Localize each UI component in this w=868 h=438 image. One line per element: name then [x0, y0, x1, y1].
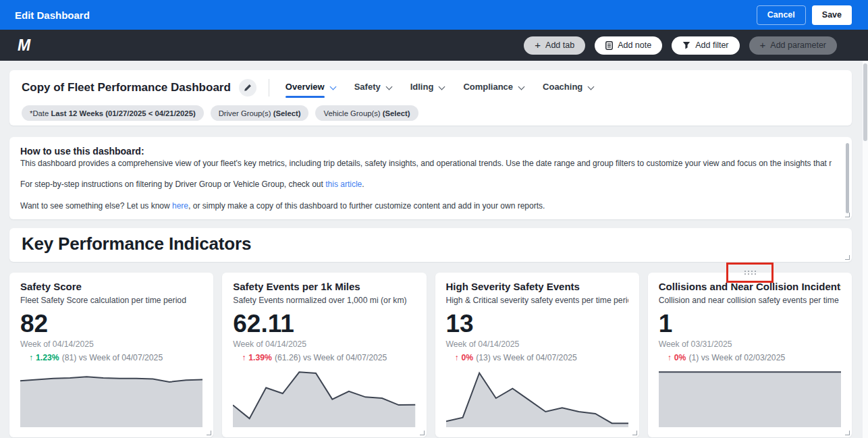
kpi-subtitle: Fleet Safety Score calculation per time … — [20, 296, 202, 305]
kpi-card-collisions-and-near-collision-incidents: Collisions and Near Collision Incidents … — [648, 273, 852, 437]
divider — [269, 79, 269, 97]
note-paragraph: Want to see something else? Let us know … — [20, 201, 832, 211]
kpi-value: 1 — [659, 311, 841, 337]
kpi-title: Safety Score — [20, 281, 202, 292]
resize-corner-icon[interactable] — [632, 431, 637, 435]
page-scrollbar[interactable] — [863, 61, 868, 438]
page-title: Edit Dashboard — [15, 9, 90, 21]
note-heading: How to use this dashboard: — [20, 146, 832, 157]
filter-funnel-icon — [682, 41, 690, 49]
kpi-delta: ↑ 0% (13) vs Week of 04/07/2025 — [446, 353, 628, 362]
resize-corner-icon[interactable] — [420, 431, 425, 435]
resize-corner-icon[interactable] — [845, 255, 850, 260]
sparkline-chart — [20, 369, 202, 427]
page-scrollbar-thumb[interactable] — [863, 63, 867, 141]
driver-group-filter-chip[interactable]: Driver Group(s) (Select) — [211, 105, 309, 121]
sparkline-chart — [659, 369, 841, 427]
kpi-delta: ↑ 1.39% (61.26) vs Week of 04/07/2025 — [233, 353, 415, 362]
kpi-delta: ↑ 0% (1) vs Week of 02/03/2025 — [659, 353, 841, 362]
kpi-value: 62.11 — [233, 311, 415, 337]
note-paragraph: This dashboard provides a comprehensive … — [20, 159, 832, 168]
tab-safety[interactable]: Safety — [354, 82, 391, 94]
plus-icon: + — [760, 40, 766, 50]
note-scrollbar[interactable] — [846, 143, 849, 213]
kpi-value: 13 — [446, 311, 628, 337]
kpi-period: Week of 03/31/2025 — [659, 339, 841, 349]
kpi-cards-row: Safety Score Fleet Safety Score calculat… — [9, 273, 852, 437]
tab-compliance[interactable]: Compliance — [463, 82, 524, 94]
trend-up-arrow-icon: ↑ — [242, 353, 246, 362]
sparkline-chart — [446, 369, 628, 427]
filter-chips-row: *Date Last 12 Weeks (01/27/2025 < 04/21/… — [9, 97, 852, 121]
add-parameter-label: Add parameter — [770, 40, 826, 50]
add-parameter-button[interactable]: + Add parameter — [749, 36, 837, 55]
dashboard-title-card: Copy of Fleet Performance Dashboard Over… — [9, 70, 852, 126]
kpi-subtitle: Collision and near collision safety even… — [659, 296, 841, 305]
tab-overview[interactable]: Overview — [286, 82, 335, 94]
sparkline-chart — [233, 369, 415, 427]
kpi-period: Week of 04/14/2025 — [446, 339, 628, 349]
pencil-icon — [244, 84, 252, 92]
trend-up-arrow-icon: ↑ — [455, 353, 459, 362]
resize-corner-icon[interactable] — [207, 431, 211, 435]
kpi-subtitle: High & Critical severity safety events p… — [446, 296, 628, 305]
drag-handle-icon[interactable] — [744, 271, 756, 275]
chevron-down-icon[interactable] — [588, 83, 595, 90]
here-link[interactable]: here — [172, 201, 188, 211]
kpi-period: Week of 04/14/2025 — [20, 339, 202, 349]
kpi-title: High Severity Safety Events — [446, 281, 628, 292]
kpi-subtitle: Safety Events normalized over 1,000 mi (… — [233, 296, 415, 305]
edit-mode-header: Edit Dashboard Cancel Save — [0, 0, 868, 30]
add-note-label: Add note — [618, 40, 651, 50]
vehicle-group-filter-chip[interactable]: Vehicle Group(s) (Select) — [315, 105, 418, 121]
kpi-period: Week of 04/14/2025 — [233, 339, 415, 349]
navbar-actions: + Add tab Add note Add filter + Add para… — [524, 36, 837, 55]
plus-icon: + — [535, 40, 541, 50]
kpi-title: Safety Events per 1k Miles — [233, 281, 415, 292]
trend-up-arrow-icon: ↑ — [668, 353, 672, 362]
add-filter-label: Add filter — [695, 40, 728, 50]
kpi-delta: ↑ 1.23% (81) vs Week of 04/07/2025 — [20, 353, 202, 362]
kpi-card-safety-score: Safety Score Fleet Safety Score calculat… — [9, 273, 213, 437]
chevron-down-icon[interactable] — [329, 83, 336, 90]
add-note-button[interactable]: Add note — [595, 36, 662, 55]
add-tab-button[interactable]: + Add tab — [524, 36, 585, 55]
note-paragraph: For step-by-step instructions on filteri… — [20, 180, 832, 189]
dashboard-tabs: Overview Safety Idling Compliance Coachi… — [286, 82, 593, 94]
resize-corner-icon[interactable] — [845, 213, 850, 217]
trend-up-arrow-icon: ↑ — [29, 353, 33, 362]
this-article-link[interactable]: this article — [325, 180, 362, 189]
note-widget: How to use this dashboard: This dashboar… — [9, 137, 852, 219]
save-button[interactable]: Save — [812, 5, 852, 25]
resize-corner-icon[interactable] — [845, 431, 850, 435]
motive-logo: M — [18, 36, 30, 55]
cancel-button[interactable]: Cancel — [757, 5, 806, 25]
title-row: Copy of Fleet Performance Dashboard Over… — [9, 70, 852, 97]
kpi-value: 82 — [20, 311, 202, 337]
kpi-section-title: Key Performance Indicators — [9, 228, 852, 254]
chevron-down-icon[interactable] — [385, 83, 392, 90]
kpi-card-safety-events-per-1k-miles: Safety Events per 1k Miles Safety Events… — [222, 273, 426, 437]
app-navbar: M + Add tab Add note Add filter + Add pa… — [0, 30, 868, 61]
chevron-down-icon[interactable] — [439, 83, 445, 90]
dashboard-name: Copy of Fleet Performance Dashboard — [22, 81, 231, 94]
tab-coaching[interactable]: Coaching — [543, 82, 593, 94]
note-icon — [605, 41, 613, 50]
add-filter-button[interactable]: Add filter — [672, 36, 739, 55]
kpi-card-high-severity-safety-events: High Severity Safety Events High & Criti… — [435, 273, 639, 437]
add-tab-label: Add tab — [545, 40, 574, 50]
edit-title-button[interactable] — [239, 79, 256, 97]
kpi-section-header: Key Performance Indicators — [9, 228, 852, 262]
annotation-highlight — [726, 263, 774, 283]
tab-idling[interactable]: Idling — [410, 82, 445, 94]
chevron-down-icon[interactable] — [518, 83, 525, 90]
date-range-filter-chip[interactable]: *Date Last 12 Weeks (01/27/2025 < 04/21/… — [22, 105, 204, 121]
